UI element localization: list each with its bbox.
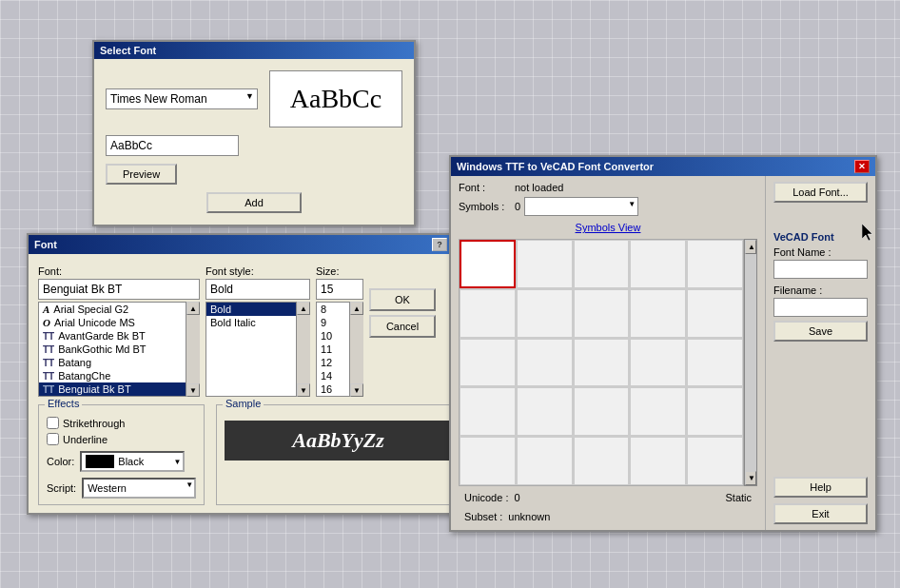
style-list-item-bold-italic[interactable]: Bold Italic (206, 316, 296, 329)
font-list-item[interactable]: TT BatangChe (39, 369, 186, 382)
size-list[interactable]: 8 9 10 11 12 14 16 (316, 302, 350, 397)
ttf-close-button[interactable]: ✕ (854, 160, 870, 173)
glyph-cell-6[interactable] (517, 289, 573, 338)
size-item-11[interactable]: 11 (317, 343, 349, 356)
effects-legend: Effects (45, 398, 82, 409)
symbols-view-link[interactable]: Symbols View (459, 222, 757, 233)
sample-text: AaBbYyZz (225, 421, 452, 461)
preview-button[interactable]: Preview (106, 164, 177, 185)
glyph-cell-4[interactable] (687, 240, 743, 288)
help-button[interactable]: Help (773, 477, 868, 498)
cancel-button[interactable]: Cancel (369, 315, 436, 338)
glyph-cell-3[interactable] (630, 240, 686, 288)
font-name-input[interactable] (38, 279, 200, 300)
style-scroll-down[interactable]: ▼ (297, 383, 310, 397)
glyph-cell-5[interactable] (460, 289, 516, 338)
font-select-dropdown-wrap[interactable]: Times New Roman (106, 88, 258, 109)
unicode-label: Unicode : (464, 492, 508, 503)
font-list[interactable]: A Arial Special G2 O Arial Unicode MS TT… (38, 302, 186, 397)
glyph-cell-23[interactable] (630, 437, 686, 485)
size-item-9[interactable]: 9 (317, 316, 349, 329)
glyph-cell-7[interactable] (574, 289, 630, 338)
glyph-cell-13[interactable] (630, 339, 686, 387)
size-scroll-up[interactable]: ▲ (350, 302, 363, 315)
glyph-cell-1[interactable] (517, 240, 573, 288)
font-list-item-label: AvantGarde Bk BT (58, 330, 146, 342)
glyph-scroll-down[interactable]: ▼ (745, 471, 756, 485)
add-button[interactable]: Add (206, 192, 302, 213)
font-list-item[interactable]: A Arial Special G2 (39, 303, 186, 316)
filename-field[interactable] (773, 298, 868, 317)
glyph-cell-9[interactable] (687, 289, 743, 338)
select-font-title: Select Font (100, 45, 156, 56)
size-input[interactable] (316, 279, 363, 300)
strikethrough-checkbox[interactable] (47, 417, 59, 429)
subset-label: Subset : (464, 511, 502, 522)
style-list-scroll[interactable]: ▲ ▼ (297, 302, 310, 397)
glyph-cell-12[interactable] (574, 339, 630, 387)
script-label: Script: (47, 482, 76, 494)
glyph-scrollbar[interactable]: ▲ ▼ (744, 239, 757, 486)
glyph-cell-0[interactable] (460, 240, 516, 288)
glyph-cell-19[interactable] (687, 387, 743, 436)
script-dropdown[interactable]: Western (82, 478, 196, 499)
font-list-item[interactable]: TT AvantGarde Bk BT (39, 329, 186, 343)
size-list-scroll[interactable]: ▲ ▼ (350, 302, 363, 397)
glyph-scroll-up[interactable]: ▲ (745, 240, 756, 254)
font-list-item-label: Benguiat Bk BT (58, 383, 130, 395)
font-list-item[interactable]: TT Batang (39, 356, 186, 369)
size-item-8[interactable]: 8 (317, 303, 349, 316)
font-col-label: Font: (38, 265, 200, 277)
ok-button[interactable]: OK (369, 288, 436, 311)
font-list-scroll[interactable]: ▲ ▼ (186, 302, 200, 397)
underline-label: Underline (63, 434, 108, 445)
style-list-item-bold[interactable]: Bold (206, 303, 296, 316)
glyph-cell-14[interactable] (687, 339, 743, 387)
font-list-item-label: BatangChe (58, 370, 110, 382)
glyph-cell-21[interactable] (517, 437, 573, 485)
size-item-14[interactable]: 14 (317, 369, 349, 382)
ttf-symbols-dropdown-wrap[interactable] (524, 197, 638, 216)
font-icon-o: O (43, 317, 50, 328)
glyph-cell-16[interactable] (517, 387, 573, 436)
size-scroll-down[interactable]: ▼ (350, 383, 363, 397)
glyph-cell-15[interactable] (460, 387, 516, 436)
font-list-item-label: Arial Special G2 (53, 304, 128, 315)
glyph-cell-10[interactable] (460, 339, 516, 387)
size-item-12[interactable]: 12 (317, 356, 349, 369)
size-col-label: Size: (316, 265, 363, 277)
sample-legend: Sample (223, 398, 264, 409)
glyph-cell-18[interactable] (630, 387, 686, 436)
underline-checkbox[interactable] (47, 433, 59, 445)
color-dropdown[interactable]: Black ▼ (80, 451, 185, 472)
font-dialog-question[interactable]: ? (432, 238, 447, 251)
font-list-item[interactable]: TT BankGothic Md BT (39, 343, 186, 356)
glyph-cell-8[interactable] (630, 289, 686, 338)
scroll-up-arrow[interactable]: ▲ (186, 302, 200, 315)
size-item-10[interactable]: 10 (317, 329, 349, 343)
glyph-grid[interactable] (459, 239, 744, 486)
scroll-down-arrow[interactable]: ▼ (186, 383, 200, 397)
glyph-cell-11[interactable] (517, 339, 573, 387)
load-font-button[interactable]: Load Font... (773, 182, 868, 203)
font-icon-tt2: TT (43, 344, 54, 355)
style-scroll-up[interactable]: ▲ (297, 302, 310, 315)
size-item-16[interactable]: 16 (317, 382, 349, 396)
glyph-cell-24[interactable] (687, 437, 743, 485)
font-select-dropdown[interactable]: Times New Roman (106, 88, 258, 109)
font-list-item-selected[interactable]: TT Benguiat Bk BT (39, 382, 186, 396)
save-button[interactable]: Save (773, 321, 868, 342)
font-name-field-label: Font Name : (773, 246, 868, 258)
font-text-input[interactable] (106, 135, 239, 156)
font-name-field[interactable] (773, 260, 868, 279)
color-label: Color: (47, 456, 74, 467)
exit-button[interactable]: Exit (773, 503, 868, 524)
glyph-cell-2[interactable] (574, 240, 630, 288)
glyph-cell-20[interactable] (460, 437, 516, 485)
glyph-cell-22[interactable] (574, 437, 630, 485)
style-list[interactable]: Bold Bold Italic (205, 302, 297, 397)
style-name-input[interactable] (205, 279, 310, 300)
font-list-item[interactable]: O Arial Unicode MS (39, 316, 186, 329)
glyph-cell-17[interactable] (574, 387, 630, 436)
ttf-symbols-dropdown[interactable] (524, 197, 638, 216)
